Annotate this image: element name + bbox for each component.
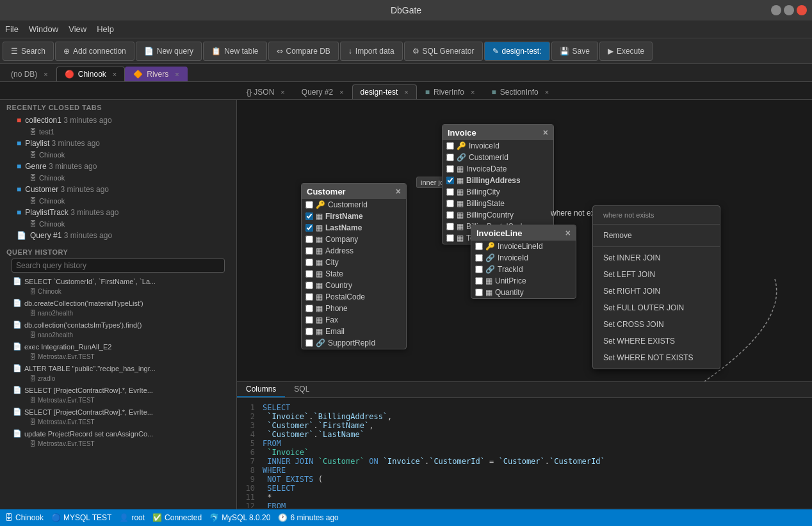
execute-button[interactable]: ▶ Execute	[599, 42, 653, 61]
customer-col-country[interactable]: ▦Country	[302, 280, 406, 291]
invoice-col-customerid[interactable]: 🔗CustomerId	[443, 152, 553, 163]
invoice-col-invoiceid[interactable]: 🔑InvoiceId	[443, 140, 553, 152]
tab-sectioninfo[interactable]: ■ SectionInfo ×	[483, 84, 557, 99]
invoice-table-close[interactable]: ×	[543, 127, 548, 138]
customer-col-state[interactable]: ▦State	[302, 268, 406, 280]
history-search-input[interactable]	[12, 259, 225, 273]
ctx-set-inner-join[interactable]: Set INNER JOIN	[593, 250, 720, 266]
customer-col-phone[interactable]: ▦Phone	[302, 303, 406, 314]
history-item-5[interactable]: 📄 SELECT [ProjectContractRow].*, EvrIte.…	[6, 384, 230, 396]
customer-table[interactable]: Customer × 🔑CustomerId ▦FirstName ▦LastN…	[301, 183, 407, 349]
close-riverinfo-tab[interactable]: ×	[471, 88, 475, 96]
tab-query2[interactable]: Query #2 ×	[293, 84, 352, 99]
sidebar-item-customer[interactable]: ■ Customer 3 minutes ago	[6, 183, 230, 196]
ctx-set-full-outer-join[interactable]: Set FULL OUTER JOIN	[593, 299, 720, 316]
customer-col-postalcode[interactable]: ▦PostalCode	[302, 291, 406, 303]
customer-col-city[interactable]: ▦City	[302, 257, 406, 268]
db-hist-icon2: 🗄	[29, 331, 36, 339]
status-server-type[interactable]: 🔵 MYSQL TEST	[51, 513, 111, 522]
invoiceline-col-quantity[interactable]: ▦Quantity	[471, 287, 576, 298]
sql-editor[interactable]: 1SELECT 2 `Invoice`.`BillingAddress`, 3 …	[237, 398, 812, 508]
customer-col-address[interactable]: ▦Address	[302, 245, 406, 257]
tab-no-db[interactable]: (no DB) ×	[3, 67, 56, 81]
customer-col-customerid[interactable]: 🔑CustomerId	[302, 199, 406, 211]
tab-riverinfo[interactable]: ■ RiverInfo ×	[417, 84, 483, 99]
history-item-2[interactable]: 📄 db.collection('contactsImTypes').find(…	[6, 319, 230, 331]
minimize-button[interactable]	[771, 5, 781, 15]
sql-line-4: 4 `Customer`.`LastName`	[242, 430, 807, 439]
sidebar-item-playlist[interactable]: ■ Playlist 3 minutes ago	[6, 137, 230, 150]
db-hist-icon5: 🗄	[29, 397, 36, 404]
history-item-0[interactable]: 📄 SELECT `CustomerId`, `FirstName`, `La.…	[6, 275, 230, 287]
menu-file[interactable]: File	[5, 24, 19, 34]
tab-design-test[interactable]: design-test ×	[352, 84, 417, 99]
ctx-set-where-not-exists[interactable]: Set WHERE NOT EXISTS	[593, 349, 720, 366]
search-button[interactable]: ☰ Search	[3, 42, 54, 61]
close-json-tab[interactable]: ×	[280, 88, 284, 96]
invoice-col-invoicedate[interactable]: ▦InvoiceDate	[443, 163, 553, 175]
close-design-test-tab[interactable]: ×	[404, 88, 408, 96]
invoiceline-table[interactable]: InvoiceLine × 🔑InvoiceLineId 🔗InvoiceId …	[471, 225, 576, 299]
compare-db-button[interactable]: ⇔ Compare DB	[268, 42, 339, 61]
history-item-6[interactable]: 📄 SELECT [ProjectContractRow].*, EvrIte.…	[6, 406, 230, 418]
ctx-set-where-exists[interactable]: Set WHERE EXISTS	[593, 333, 720, 349]
add-connection-button[interactable]: ⊕ Add connection	[55, 42, 134, 61]
sidebar-item-playlisttrack[interactable]: ■ PlaylistTrack 3 minutes ago	[6, 206, 230, 219]
new-query-button[interactable]: 📄 New query	[136, 42, 202, 61]
history-item-1[interactable]: 📄 db.createCollection('materialTypeList'…	[6, 297, 230, 309]
customer-col-email[interactable]: ▦Email	[302, 326, 406, 337]
customer-col-lastname[interactable]: ▦LastName	[302, 222, 406, 234]
invoiceline-col-invoiceid[interactable]: 🔗InvoiceId	[471, 252, 576, 264]
ctx-set-cross-join[interactable]: Set CROSS JOIN	[593, 316, 720, 333]
invoiceline-table-close[interactable]: ×	[565, 228, 571, 238]
import-data-button[interactable]: ↓ Import data	[340, 42, 403, 61]
ctx-remove[interactable]: Remove	[593, 227, 720, 244]
design-test-button[interactable]: ✎ design-test:	[484, 42, 550, 61]
tab-sql[interactable]: SQL	[285, 382, 318, 397]
ctx-set-left-join[interactable]: Set LEFT JOIN	[593, 266, 720, 283]
compare-db-icon: ⇔	[277, 47, 283, 56]
close-sectioninfo-tab[interactable]: ×	[545, 88, 549, 96]
invoiceline-col-unitprice[interactable]: ▦UnitPrice	[471, 275, 576, 287]
designer-canvas-area[interactable]: Customer × 🔑CustomerId ▦FirstName ▦LastN…	[237, 100, 812, 509]
tab-chinook[interactable]: 🔴 Chinook ×	[56, 67, 125, 81]
customer-col-firstname[interactable]: ▦FirstName	[302, 211, 406, 222]
menu-view[interactable]: View	[69, 24, 86, 34]
maximize-button[interactable]	[784, 5, 794, 15]
ctx-sep2	[593, 246, 720, 247]
tab-columns[interactable]: Columns	[237, 382, 285, 397]
ctx-set-right-join[interactable]: Set RIGHT JOIN	[593, 283, 720, 299]
invoice-col-billingcity[interactable]: ▦BillingCity	[443, 186, 553, 198]
close-rivers-tab[interactable]: ×	[175, 70, 179, 78]
close-query2-tab[interactable]: ×	[339, 88, 343, 96]
db-icon5: 🗄	[29, 220, 37, 228]
history-item-4[interactable]: 📄 ALTER TABLE "public"."recipe_has_ingr.…	[6, 362, 230, 374]
customer-table-close[interactable]: ×	[396, 186, 401, 196]
customer-col-fax[interactable]: ▦Fax	[302, 314, 406, 326]
tab-json[interactable]: {} JSON ×	[238, 84, 293, 99]
status-db[interactable]: 🗄 Chinook	[5, 513, 44, 522]
invoiceline-col-trackid[interactable]: 🔗TrackId	[471, 264, 576, 275]
history-item-3[interactable]: 📄 exec Integration_RunAll_E2	[6, 340, 230, 353]
sidebar-item-collection1[interactable]: ■ collection1 3 minutes ago	[6, 114, 230, 127]
menu-help[interactable]: Help	[97, 24, 114, 34]
db-icon2: 🗄	[29, 151, 37, 159]
invoice-col-billingcountry[interactable]: ▦BillingCountry	[443, 209, 553, 221]
invoice-col-billingstate[interactable]: ▦BillingState	[443, 198, 553, 209]
tab-rivers[interactable]: 🔶 Rivers ×	[125, 67, 187, 81]
invoiceline-col-invoicelineid[interactable]: 🔑InvoiceLineId	[471, 241, 576, 252]
bottom-tabs: Columns SQL	[237, 382, 812, 398]
invoice-col-billingaddress[interactable]: ▦BillingAddress	[443, 175, 553, 186]
sql-generator-button[interactable]: ⚙ SQL Generator	[404, 42, 483, 61]
sidebar-item-genre[interactable]: ■ Genre 3 minutes ago	[6, 160, 230, 173]
new-table-button[interactable]: 📋 New table	[203, 42, 266, 61]
history-item-7[interactable]: 📄 update ProjectRecord set canAssignCo..…	[6, 427, 230, 440]
sidebar-item-query1[interactable]: 📄 Query #1 3 minutes ago	[6, 229, 230, 242]
customer-col-company[interactable]: ▦Company	[302, 234, 406, 245]
save-button[interactable]: 💾 Save	[551, 42, 598, 61]
close-chinook-tab[interactable]: ×	[113, 70, 117, 78]
menu-window[interactable]: Window	[29, 24, 58, 34]
close-no-db-tab[interactable]: ×	[44, 70, 47, 78]
customer-col-supportrepid[interactable]: 🔗SupportRepId	[302, 337, 406, 349]
close-button[interactable]	[797, 5, 807, 15]
